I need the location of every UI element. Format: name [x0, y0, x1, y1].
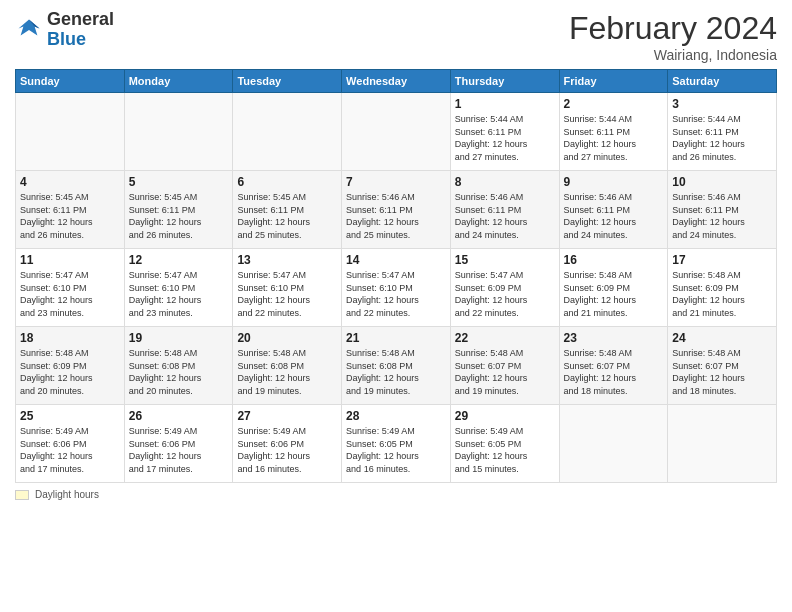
- calendar-cell: 11Sunrise: 5:47 AM Sunset: 6:10 PM Dayli…: [16, 249, 125, 327]
- day-number: 18: [20, 331, 120, 345]
- day-number: 19: [129, 331, 229, 345]
- day-number: 2: [564, 97, 664, 111]
- svg-marker-0: [19, 19, 40, 35]
- calendar-cell: 24Sunrise: 5:48 AM Sunset: 6:07 PM Dayli…: [668, 327, 777, 405]
- day-info: Sunrise: 5:49 AM Sunset: 6:06 PM Dayligh…: [129, 425, 229, 475]
- day-info: Sunrise: 5:47 AM Sunset: 6:10 PM Dayligh…: [129, 269, 229, 319]
- calendar-cell: [342, 93, 451, 171]
- calendar-week-4: 18Sunrise: 5:48 AM Sunset: 6:09 PM Dayli…: [16, 327, 777, 405]
- day-number: 28: [346, 409, 446, 423]
- day-number: 29: [455, 409, 555, 423]
- day-info: Sunrise: 5:49 AM Sunset: 6:05 PM Dayligh…: [455, 425, 555, 475]
- col-wednesday: Wednesday: [342, 70, 451, 93]
- day-info: Sunrise: 5:44 AM Sunset: 6:11 PM Dayligh…: [455, 113, 555, 163]
- calendar-cell: [668, 405, 777, 483]
- calendar-cell: 13Sunrise: 5:47 AM Sunset: 6:10 PM Dayli…: [233, 249, 342, 327]
- day-number: 13: [237, 253, 337, 267]
- day-number: 14: [346, 253, 446, 267]
- day-info: Sunrise: 5:44 AM Sunset: 6:11 PM Dayligh…: [672, 113, 772, 163]
- calendar-cell: 20Sunrise: 5:48 AM Sunset: 6:08 PM Dayli…: [233, 327, 342, 405]
- legend-box: [15, 490, 29, 500]
- day-info: Sunrise: 5:48 AM Sunset: 6:09 PM Dayligh…: [672, 269, 772, 319]
- calendar-cell: 7Sunrise: 5:46 AM Sunset: 6:11 PM Daylig…: [342, 171, 451, 249]
- logo: General Blue: [15, 10, 114, 50]
- day-info: Sunrise: 5:47 AM Sunset: 6:09 PM Dayligh…: [455, 269, 555, 319]
- calendar-cell: 17Sunrise: 5:48 AM Sunset: 6:09 PM Dayli…: [668, 249, 777, 327]
- calendar-cell: [559, 405, 668, 483]
- day-info: Sunrise: 5:48 AM Sunset: 6:09 PM Dayligh…: [20, 347, 120, 397]
- day-number: 6: [237, 175, 337, 189]
- col-saturday: Saturday: [668, 70, 777, 93]
- day-number: 22: [455, 331, 555, 345]
- calendar-cell: 22Sunrise: 5:48 AM Sunset: 6:07 PM Dayli…: [450, 327, 559, 405]
- day-info: Sunrise: 5:48 AM Sunset: 6:09 PM Dayligh…: [564, 269, 664, 319]
- day-info: Sunrise: 5:48 AM Sunset: 6:08 PM Dayligh…: [129, 347, 229, 397]
- location-subtitle: Wairiang, Indonesia: [569, 47, 777, 63]
- page-header: General Blue February 2024 Wairiang, Ind…: [15, 10, 777, 63]
- calendar-week-5: 25Sunrise: 5:49 AM Sunset: 6:06 PM Dayli…: [16, 405, 777, 483]
- day-info: Sunrise: 5:47 AM Sunset: 6:10 PM Dayligh…: [237, 269, 337, 319]
- calendar-cell: 21Sunrise: 5:48 AM Sunset: 6:08 PM Dayli…: [342, 327, 451, 405]
- calendar-cell: 5Sunrise: 5:45 AM Sunset: 6:11 PM Daylig…: [124, 171, 233, 249]
- day-number: 10: [672, 175, 772, 189]
- day-info: Sunrise: 5:49 AM Sunset: 6:05 PM Dayligh…: [346, 425, 446, 475]
- day-number: 25: [20, 409, 120, 423]
- calendar-cell: 29Sunrise: 5:49 AM Sunset: 6:05 PM Dayli…: [450, 405, 559, 483]
- day-number: 16: [564, 253, 664, 267]
- day-number: 7: [346, 175, 446, 189]
- day-info: Sunrise: 5:47 AM Sunset: 6:10 PM Dayligh…: [346, 269, 446, 319]
- calendar-cell: [16, 93, 125, 171]
- day-info: Sunrise: 5:46 AM Sunset: 6:11 PM Dayligh…: [455, 191, 555, 241]
- calendar-cell: 8Sunrise: 5:46 AM Sunset: 6:11 PM Daylig…: [450, 171, 559, 249]
- day-number: 9: [564, 175, 664, 189]
- legend-label: Daylight hours: [35, 489, 99, 500]
- day-info: Sunrise: 5:47 AM Sunset: 6:10 PM Dayligh…: [20, 269, 120, 319]
- calendar-cell: 9Sunrise: 5:46 AM Sunset: 6:11 PM Daylig…: [559, 171, 668, 249]
- calendar-cell: [124, 93, 233, 171]
- calendar-cell: 19Sunrise: 5:48 AM Sunset: 6:08 PM Dayli…: [124, 327, 233, 405]
- logo-icon: [15, 16, 43, 44]
- calendar-cell: 1Sunrise: 5:44 AM Sunset: 6:11 PM Daylig…: [450, 93, 559, 171]
- calendar-cell: 6Sunrise: 5:45 AM Sunset: 6:11 PM Daylig…: [233, 171, 342, 249]
- calendar-cell: 27Sunrise: 5:49 AM Sunset: 6:06 PM Dayli…: [233, 405, 342, 483]
- calendar-cell: 23Sunrise: 5:48 AM Sunset: 6:07 PM Dayli…: [559, 327, 668, 405]
- calendar-cell: 25Sunrise: 5:49 AM Sunset: 6:06 PM Dayli…: [16, 405, 125, 483]
- day-info: Sunrise: 5:45 AM Sunset: 6:11 PM Dayligh…: [237, 191, 337, 241]
- day-number: 1: [455, 97, 555, 111]
- day-info: Sunrise: 5:46 AM Sunset: 6:11 PM Dayligh…: [672, 191, 772, 241]
- day-info: Sunrise: 5:46 AM Sunset: 6:11 PM Dayligh…: [564, 191, 664, 241]
- calendar-cell: 2Sunrise: 5:44 AM Sunset: 6:11 PM Daylig…: [559, 93, 668, 171]
- calendar-table: Sunday Monday Tuesday Wednesday Thursday…: [15, 69, 777, 483]
- calendar-cell: 28Sunrise: 5:49 AM Sunset: 6:05 PM Dayli…: [342, 405, 451, 483]
- day-number: 26: [129, 409, 229, 423]
- calendar-cell: [233, 93, 342, 171]
- day-number: 8: [455, 175, 555, 189]
- day-info: Sunrise: 5:46 AM Sunset: 6:11 PM Dayligh…: [346, 191, 446, 241]
- day-number: 15: [455, 253, 555, 267]
- day-info: Sunrise: 5:48 AM Sunset: 6:08 PM Dayligh…: [346, 347, 446, 397]
- day-number: 11: [20, 253, 120, 267]
- column-headers: Sunday Monday Tuesday Wednesday Thursday…: [16, 70, 777, 93]
- legend: Daylight hours: [15, 489, 777, 500]
- day-number: 4: [20, 175, 120, 189]
- day-info: Sunrise: 5:45 AM Sunset: 6:11 PM Dayligh…: [20, 191, 120, 241]
- calendar-week-1: 1Sunrise: 5:44 AM Sunset: 6:11 PM Daylig…: [16, 93, 777, 171]
- day-info: Sunrise: 5:48 AM Sunset: 6:07 PM Dayligh…: [672, 347, 772, 397]
- day-info: Sunrise: 5:48 AM Sunset: 6:07 PM Dayligh…: [564, 347, 664, 397]
- day-number: 27: [237, 409, 337, 423]
- day-number: 12: [129, 253, 229, 267]
- day-number: 21: [346, 331, 446, 345]
- col-friday: Friday: [559, 70, 668, 93]
- calendar-cell: 12Sunrise: 5:47 AM Sunset: 6:10 PM Dayli…: [124, 249, 233, 327]
- day-number: 17: [672, 253, 772, 267]
- day-info: Sunrise: 5:48 AM Sunset: 6:07 PM Dayligh…: [455, 347, 555, 397]
- day-info: Sunrise: 5:49 AM Sunset: 6:06 PM Dayligh…: [237, 425, 337, 475]
- day-number: 23: [564, 331, 664, 345]
- logo-text: General Blue: [47, 10, 114, 50]
- day-info: Sunrise: 5:44 AM Sunset: 6:11 PM Dayligh…: [564, 113, 664, 163]
- day-number: 24: [672, 331, 772, 345]
- day-number: 3: [672, 97, 772, 111]
- day-info: Sunrise: 5:45 AM Sunset: 6:11 PM Dayligh…: [129, 191, 229, 241]
- calendar-cell: 3Sunrise: 5:44 AM Sunset: 6:11 PM Daylig…: [668, 93, 777, 171]
- main-title: February 2024: [569, 10, 777, 47]
